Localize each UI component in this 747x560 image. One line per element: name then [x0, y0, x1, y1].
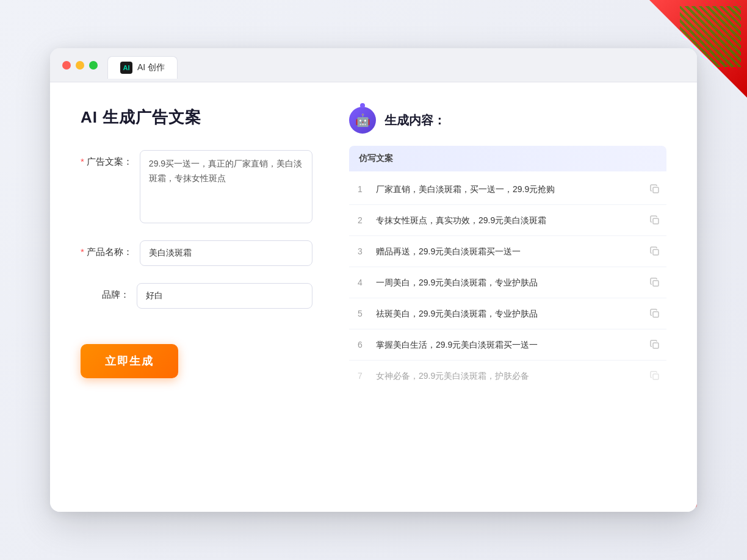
row-number: 3 — [354, 246, 366, 256]
row-text: 掌握美白生活，29.9元美白淡斑霜买一送一 — [376, 339, 638, 351]
row-number: 7 — [354, 371, 366, 381]
row-text: 女神必备，29.9元美白淡斑霜，护肤必备 — [376, 370, 638, 382]
results-list: 1 厂家直销，美白淡斑霜，买一送一，29.9元抢购 2 专抹女性斑点，真实功效，… — [349, 174, 666, 391]
copy-icon[interactable] — [648, 276, 662, 289]
row-text: 一周美白，29.9元美白淡斑霜，专业护肤品 — [376, 276, 638, 289]
ad-copy-label: *广告文案： — [81, 150, 132, 168]
page-title: AI 生成广告文案 — [81, 107, 312, 128]
browser-window: AI AI 创作 AI 生成广告文案 *广告文案： 29.9买一送一，真正的厂家… — [50, 48, 697, 512]
svg-rect-1 — [653, 218, 659, 224]
row-text: 祛斑美白，29.9元美白淡斑霜，专业护肤品 — [376, 307, 638, 320]
svg-rect-4 — [653, 312, 659, 317]
tab-label: AI 创作 — [137, 62, 165, 73]
generate-button[interactable]: 立即生成 — [81, 344, 178, 378]
product-name-input[interactable] — [140, 240, 312, 266]
table-row: 3 赠品再送，29.9元美白淡斑霜买一送一 — [349, 236, 666, 267]
svg-rect-3 — [653, 281, 659, 286]
row-number: 6 — [354, 340, 366, 350]
svg-rect-2 — [653, 249, 659, 255]
title-bar: AI AI 创作 — [50, 48, 697, 82]
brand-label: 品牌： — [81, 283, 129, 301]
required-star-1: * — [81, 156, 84, 167]
row-number: 1 — [354, 184, 366, 194]
row-text: 赠品再送，29.9元美白淡斑霜买一送一 — [376, 245, 638, 258]
table-row: 2 专抹女性斑点，真实功效，29.9元美白淡斑霜 — [349, 205, 666, 236]
row-text: 专抹女性斑点，真实功效，29.9元美白淡斑霜 — [376, 214, 638, 227]
row-number: 4 — [354, 278, 366, 287]
table-row: 7 女神必备，29.9元美白淡斑霜，护肤必备 — [349, 361, 666, 391]
traffic-light-green[interactable] — [89, 61, 98, 70]
traffic-light-red[interactable] — [62, 61, 71, 70]
copy-icon[interactable] — [648, 214, 662, 227]
tab-icon: AI — [120, 62, 132, 74]
robot-icon: 🤖 — [349, 107, 376, 134]
copy-icon[interactable] — [648, 307, 662, 320]
row-number: 2 — [354, 215, 366, 225]
row-number: 5 — [354, 309, 366, 318]
ad-copy-textarea[interactable]: 29.9买一送一，真正的厂家直销，美白淡斑霜，专抹女性斑点 — [140, 150, 312, 223]
brand-input[interactable] — [137, 283, 312, 309]
result-title: 生成内容： — [384, 112, 446, 129]
traffic-light-yellow[interactable] — [76, 61, 84, 70]
tab-ai-creation[interactable]: AI AI 创作 — [107, 56, 178, 79]
form-group-product-name: *产品名称： — [81, 240, 312, 266]
result-header: 🤖 生成内容： — [349, 107, 666, 134]
copy-icon[interactable] — [648, 182, 662, 196]
copy-icon[interactable] — [648, 369, 662, 382]
copy-icon[interactable] — [648, 245, 662, 258]
left-panel: AI 生成广告文案 *广告文案： 29.9买一送一，真正的厂家直销，美白淡斑霜，… — [81, 107, 312, 487]
svg-rect-0 — [653, 187, 659, 193]
table-row: 5 祛斑美白，29.9元美白淡斑霜，专业护肤品 — [349, 298, 666, 329]
svg-rect-5 — [653, 343, 659, 348]
table-row: 4 一周美白，29.9元美白淡斑霜，专业护肤品 — [349, 267, 666, 298]
table-row: 1 厂家直销，美白淡斑霜，买一送一，29.9元抢购 — [349, 174, 666, 205]
required-star-2: * — [81, 246, 84, 257]
right-panel: 🤖 生成内容： 仿写文案 1 厂家直销，美白淡斑霜，买一送一，29.9元抢购 2… — [349, 107, 666, 487]
copy-icon[interactable] — [648, 338, 662, 351]
table-row: 6 掌握美白生活，29.9元美白淡斑霜买一送一 — [349, 329, 666, 361]
traffic-lights — [62, 61, 98, 70]
form-group-brand: 品牌： — [81, 283, 312, 309]
product-name-label: *产品名称： — [81, 240, 132, 258]
main-content: AI 生成广告文案 *广告文案： 29.9买一送一，真正的厂家直销，美白淡斑霜，… — [50, 82, 697, 512]
table-header: 仿写文案 — [349, 146, 666, 171]
svg-rect-6 — [653, 374, 659, 379]
form-group-ad-copy: *广告文案： 29.9买一送一，真正的厂家直销，美白淡斑霜，专抹女性斑点 — [81, 150, 312, 223]
row-text: 厂家直销，美白淡斑霜，买一送一，29.9元抢购 — [376, 183, 638, 196]
robot-face: 🤖 — [355, 113, 370, 127]
